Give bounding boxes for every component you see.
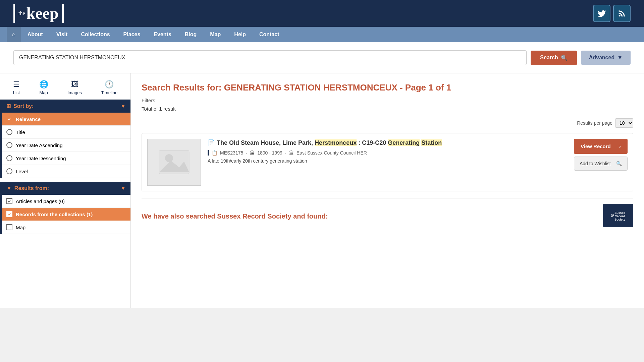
nav-events[interactable]: Events [147,27,178,42]
results-header[interactable]: ▼ Results from: ▼ [2,182,130,195]
tab-images-label: Images [67,90,82,95]
meta-date: 1800 - 1999 [257,150,282,156]
nav-visit[interactable]: Visit [50,27,74,42]
nav-places[interactable]: Places [117,27,147,42]
meta-id: MES23175 [220,150,243,156]
results-section: ▼ Results from: ▼ ✓ Articles and pages (… [0,182,130,234]
results-title: Search Results for: GENERATING STATION H… [142,81,633,94]
nav-contact[interactable]: Contact [253,27,286,42]
year-desc-radio [6,155,12,161]
herstmonceux-highlight: Herstmonceux [315,139,357,146]
meta-id-icon: 📋 [212,150,217,156]
filter-articles-label: Articles and pages (0) [16,198,65,204]
nav-help[interactable]: Help [227,27,253,42]
tab-map[interactable]: 🌐 Map [36,79,52,97]
add-wishlist-button[interactable]: Add to Wishlist 🔍 [574,157,628,171]
sort-icon: ⊞ [6,103,11,109]
view-record-label: View Record [581,143,611,149]
generating-highlight: Generating [388,139,420,146]
arrow-right-icon: › [619,143,621,149]
tab-timeline[interactable]: 🕐 Timeline [98,79,121,97]
header: the keep [0,0,644,27]
filter-records-label: Records from the collections (1) [16,212,93,217]
globe-icon: 🌐 [39,80,48,89]
sort-year-asc[interactable]: Year Date Ascending [2,139,130,152]
sort-header[interactable]: ⊞ Sort by: ▼ [2,100,130,113]
chevron-down-icon: ▼ [617,55,623,61]
images-icon: 🖼 [71,80,78,89]
header-icons [593,5,631,22]
tab-timeline-label: Timeline [101,90,118,95]
nav-collections[interactable]: Collections [74,27,116,42]
logo-the: the [18,11,25,16]
rss-icon[interactable] [613,5,631,22]
list-icon: ☰ [13,80,20,89]
per-page-select[interactable]: 10 20 50 [615,118,633,128]
nav-blog[interactable]: Blog [178,27,204,42]
nav-about[interactable]: About [21,27,50,42]
sort-year-desc[interactable]: Year Date Descending [2,152,130,165]
view-tabs: ☰ List 🌐 Map 🖼 Images 🕐 Timeline [0,73,130,100]
search-label: Search [540,55,558,61]
result-meta: 📋 MES23175 · 🏛 1800 - 1999 · 🏛 East Suss… [208,150,567,156]
tab-list[interactable]: ☰ List [10,79,23,97]
search-button[interactable]: Search 🔍 [531,51,577,65]
filter-records[interactable]: ✓ Records from the collections (1) [2,208,130,221]
sort-level[interactable]: Level [2,165,130,178]
logo-text: keep [26,5,59,21]
home-icon: ⌂ [12,32,15,38]
sidebar: ☰ List 🌐 Map 🖼 Images 🕐 Timeline ⊞ Sort [0,73,131,308]
clock-icon: 🕐 [105,80,114,89]
per-page-row: Results per page 10 20 50 [142,118,633,128]
station-highlight: Station [421,139,442,146]
meta-org-icon: 🏛 [289,150,294,156]
search-icon: 🔍 [561,55,568,61]
nav-map[interactable]: Map [203,27,227,42]
total-line: Total of 1 result [142,106,633,112]
sort-header-label: Sort by: [13,103,34,109]
results-chevron-icon: ▼ [120,185,126,191]
sort-section: ⊞ Sort by: ▼ ✓ Relevance Title Year Date… [0,100,130,178]
nav-home[interactable]: ⌂ [7,27,21,42]
filters-line: Filters: [142,98,633,103]
tab-list-label: List [13,90,20,95]
title-doc-icon: 📄 [208,139,217,146]
sussex-logo-bird: 🕊 [611,214,614,218]
advanced-button[interactable]: Advanced ▼ [581,51,631,65]
filter-articles[interactable]: ✓ Articles and pages (0) [2,195,130,208]
result-card: 📄 The Old Steam House, Lime Park, Herstm… [142,133,633,191]
relevance-checkbox: ✓ [6,116,12,122]
search-bookmark-icon: 🔍 [616,161,622,166]
funnel-icon: ▼ [6,185,12,191]
sort-chevron-icon: ▼ [120,103,126,109]
sort-year-desc-label: Year Date Descending [16,156,66,161]
svg-point-1 [165,154,173,162]
wishlist-label: Add to Wishlist [580,161,611,166]
filter-map[interactable]: Map [2,221,130,234]
main-container: ☰ List 🌐 Map 🖼 Images 🕐 Timeline ⊞ Sort [0,73,644,308]
search-input[interactable] [13,50,527,65]
result-body: 📄 The Old Steam House, Lime Park, Herstm… [208,139,567,163]
result-image [147,139,201,186]
result-description: A late 19th/early 20th century generatin… [208,158,567,164]
sort-title[interactable]: Title [2,126,130,139]
sort-relevance-label: Relevance [16,116,41,122]
content-area: Search Results for: GENERATING STATION H… [131,73,644,308]
advanced-label: Advanced [589,55,614,61]
sort-year-asc-label: Year Date Ascending [16,142,63,148]
view-record-button[interactable]: View Record › [574,139,628,154]
tab-images[interactable]: 🖼 Images [64,79,85,97]
result-actions: View Record › Add to Wishlist 🔍 [574,139,628,171]
main-nav: ⌂ About Visit Collections Places Events … [0,27,644,42]
twitter-icon[interactable] [593,5,610,22]
year-asc-radio [6,142,12,148]
results-header-label: Results from: [14,185,49,191]
sussex-record-logo: 🕊 SussexRecordSociety [603,204,633,227]
records-checkbox: ✓ [6,211,12,217]
title-radio [6,129,12,135]
per-page-label: Results per page [577,120,612,126]
sort-relevance[interactable]: ✓ Relevance [2,113,130,126]
filter-map-label: Map [16,225,25,230]
search-area: Search 🔍 Advanced ▼ [0,42,644,73]
sort-title-label: Title [16,129,25,135]
